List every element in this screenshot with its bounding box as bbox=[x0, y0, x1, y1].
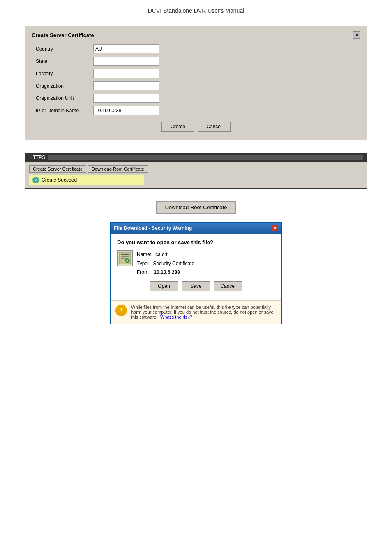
success-text: Create Succeed bbox=[42, 177, 77, 183]
file-type-value: Security Certificate bbox=[153, 261, 194, 266]
security-dialog-title-text: File Download - Security Warning bbox=[114, 225, 192, 231]
form-row-country: Country bbox=[36, 44, 356, 53]
dialog-title: Create Server Certificate bbox=[32, 32, 94, 38]
form-area: Country State Locatity Oragnization Orag… bbox=[32, 44, 360, 115]
input-country[interactable] bbox=[93, 44, 159, 53]
cancel-button[interactable]: Cancel bbox=[198, 122, 231, 132]
https-progress-bar bbox=[48, 155, 363, 160]
security-dialog-body: Do you want to open or save this file? ✓… bbox=[111, 234, 281, 300]
label-country: Country bbox=[36, 46, 93, 52]
input-ip-domain[interactable] bbox=[93, 106, 159, 115]
svg-rect-3 bbox=[121, 258, 127, 259]
form-row-locatity: Locatity bbox=[36, 69, 356, 78]
label-organization-unit: Oragnization Unit bbox=[36, 95, 93, 101]
security-dialog-close-button[interactable]: ✕ bbox=[272, 225, 278, 231]
file-name-value: ca.crt bbox=[155, 252, 167, 257]
file-from-value: 10.10.6.238 bbox=[154, 269, 180, 275]
form-row-state: State bbox=[36, 57, 356, 66]
https-buttons: Create Server Certificate Download Root … bbox=[29, 165, 363, 173]
file-type-row: Type: Security Certificate bbox=[137, 259, 194, 268]
file-download-dialog-wrapper: File Download - Security Warning ✕ Do yo… bbox=[0, 222, 392, 324]
warning-icon: ! bbox=[115, 305, 127, 316]
sec-buttons: Open Save Cancel bbox=[117, 281, 275, 291]
page-title: DCVI Standalone DVR User's Manual bbox=[0, 0, 392, 18]
page-divider bbox=[16, 18, 376, 18]
security-warning-bar: ! While files from the Internet can be u… bbox=[111, 300, 281, 324]
whats-the-risk-link[interactable]: What's the risk? bbox=[160, 314, 192, 319]
file-details: Name: ca.crt Type: Security Certificate … bbox=[137, 250, 194, 277]
file-name-row: Name: ca.crt bbox=[137, 250, 194, 259]
file-from-row: From: 10.10.6.238 bbox=[137, 268, 194, 277]
create-server-cert-dialog: Create Server Certificate ✕ Country Stat… bbox=[25, 26, 367, 140]
input-locatity[interactable] bbox=[93, 69, 159, 78]
svg-text:✓: ✓ bbox=[126, 259, 129, 263]
create-button[interactable]: Create bbox=[161, 122, 194, 132]
download-root-certificate-button[interactable]: Download Root Certificate bbox=[156, 201, 236, 214]
open-button[interactable]: Open bbox=[150, 281, 178, 291]
dialog-close-button[interactable]: ✕ bbox=[353, 31, 360, 39]
label-state: State bbox=[36, 58, 93, 64]
download-root-cert-button[interactable]: Download Root Certificate bbox=[88, 165, 148, 173]
file-type-label: Type: bbox=[137, 261, 149, 266]
file-info-row: ✓ Name: ca.crt Type: Security Certificat… bbox=[117, 250, 275, 277]
https-section: HTTPS Create Server Certificate Download… bbox=[25, 153, 367, 189]
cancel-button-sec[interactable]: Cancel bbox=[214, 281, 242, 291]
form-row-organization: Oragnization bbox=[36, 81, 356, 90]
file-icon: ✓ bbox=[117, 250, 133, 266]
https-label: HTTPS bbox=[29, 155, 45, 160]
success-icon: ✓ bbox=[32, 177, 39, 183]
form-row-organization-unit: Oragnization Unit bbox=[36, 94, 356, 103]
file-name-label: Name: bbox=[137, 252, 151, 257]
input-organization[interactable] bbox=[93, 81, 159, 90]
https-body: Create Server Certificate Download Root … bbox=[25, 162, 367, 188]
input-state[interactable] bbox=[93, 57, 159, 66]
save-button[interactable]: Save bbox=[182, 281, 210, 291]
input-organization-unit[interactable] bbox=[93, 94, 159, 103]
form-row-ip-domain: IP or Domain Name bbox=[36, 106, 356, 115]
warning-text: While files from the Internet can be use… bbox=[131, 305, 277, 319]
file-download-dialog: File Download - Security Warning ✕ Do yo… bbox=[110, 222, 282, 324]
https-header: HTTPS bbox=[25, 153, 367, 162]
success-bar: ✓ Create Succeed bbox=[29, 175, 144, 185]
label-organization: Oragnization bbox=[36, 83, 93, 89]
dialog-title-bar: Create Server Certificate ✕ bbox=[32, 31, 360, 39]
label-locatity: Locatity bbox=[36, 71, 93, 76]
create-server-cert-button[interactable]: Create Server Certificate bbox=[29, 165, 86, 173]
file-from-label: From: bbox=[137, 269, 150, 275]
download-area: Download Root Certificate bbox=[0, 201, 392, 214]
svg-rect-2 bbox=[121, 256, 129, 257]
security-question: Do you want to open or save this file? bbox=[117, 239, 275, 245]
dialog-buttons: Create Cancel bbox=[32, 122, 360, 132]
warning-message: While files from the Internet can be use… bbox=[131, 305, 274, 319]
svg-rect-1 bbox=[121, 254, 129, 255]
security-dialog-title-bar: File Download - Security Warning ✕ bbox=[111, 223, 281, 234]
label-ip-domain: IP or Domain Name bbox=[36, 108, 93, 113]
